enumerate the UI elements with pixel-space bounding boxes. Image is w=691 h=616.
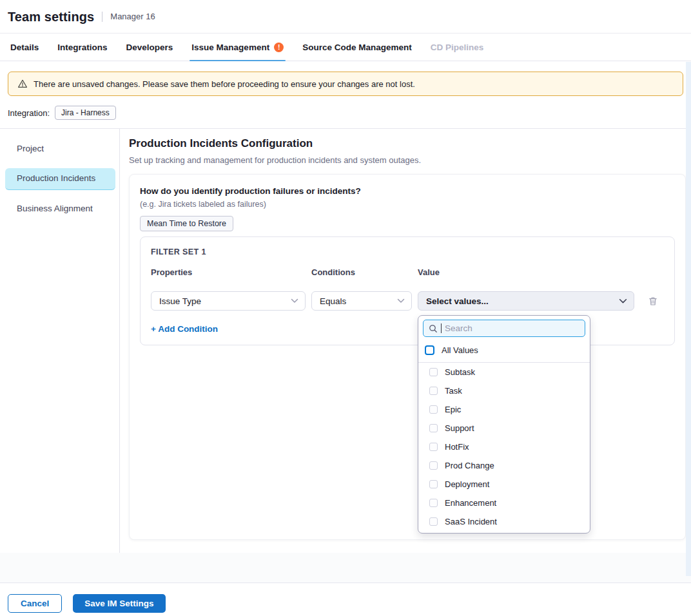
option-checkbox[interactable] [429,499,438,507]
warning-triangle-icon [17,79,28,89]
properties-select-value: Issue Type [159,296,201,306]
all-values-option[interactable]: All Values [423,342,585,358]
option-label: Support [445,423,474,433]
all-values-label: All Values [442,345,478,355]
dropdown-search-input[interactable] [445,323,579,333]
filter-condition-row: Issue Type Equals Select values... [151,291,664,311]
conditions-select-value: Equals [320,296,346,306]
value-cell: Select values... [418,291,634,311]
integration-row: Integration: Jira - Harness [0,96,691,128]
tab-developers-label: Developers [126,43,173,52]
values-dropdown-panel: All Values Subtask Task Epic Support Hot… [418,315,590,534]
settings-body: Project Production Incidents Business Al… [0,129,691,553]
page-scrollbar[interactable] [686,62,691,576]
properties-select[interactable]: Issue Type [151,291,306,311]
identify-failures-question: How do you identify production failures … [140,186,675,196]
tab-developers[interactable]: Developers [126,34,173,61]
tab-issue-management[interactable]: Issue Management ! [191,34,284,61]
option-checkbox[interactable] [429,480,438,488]
option-prod-change[interactable]: Prod Change [423,456,585,475]
section-subtitle: Set up tracking and management for produ… [129,155,686,165]
option-checkbox[interactable] [429,368,438,376]
page-title: Team settings [8,10,94,24]
option-customer-notification[interactable]: Customer Notification [423,531,585,534]
chevron-down-icon [291,298,298,303]
option-checkbox[interactable] [429,443,438,451]
all-values-checkbox[interactable] [425,345,434,355]
cancel-button[interactable]: Cancel [8,594,62,613]
save-im-settings-button[interactable]: Save IM Settings [73,594,165,613]
option-checkbox[interactable] [429,517,438,526]
conditions-select[interactable]: Equals [311,291,412,311]
settings-sidebar: Project Production Incidents Business Al… [0,129,120,553]
option-deployment[interactable]: Deployment [423,475,585,494]
incidents-config-card: How do you identify production failures … [129,174,686,540]
option-label: Task [445,386,462,396]
mean-time-to-restore-chip[interactable]: Mean Time to Restore [140,216,233,231]
integration-chip[interactable]: Jira - Harness [55,106,116,120]
tab-scm-label: Source Code Management [302,43,412,52]
option-label: Epic [445,405,461,414]
option-task[interactable]: Task [423,381,585,400]
values-multiselect-placeholder: Select values... [426,296,489,306]
page-header: Team settings Manager 16 [0,0,691,34]
option-checkbox[interactable] [429,424,438,432]
identify-failures-hint: (e.g. Jira tickets labeled as failures) [140,200,675,209]
option-checkbox[interactable] [429,405,438,414]
text-caret [441,323,442,333]
sidebar-item-production-incidents-label: Production Incidents [17,173,95,183]
settings-tabbar: Details Integrations Developers Issue Ma… [0,34,691,61]
tab-integrations-label: Integrations [57,43,107,52]
option-saas-incident[interactable]: SaaS Incident [423,512,585,531]
delete-condition-button[interactable] [648,296,664,307]
option-label: Deployment [445,479,489,489]
option-subtask[interactable]: Subtask [423,363,585,381]
tab-integrations[interactable]: Integrations [57,34,107,61]
chevron-down-icon [397,298,405,303]
trash-icon [648,296,658,307]
tab-cd-pipelines-label: CD Pipelines [431,43,484,52]
dropdown-search-box[interactable] [423,320,585,337]
filter-set-title: FILTER SET 1 [151,247,664,257]
option-label: Prod Change [445,461,494,470]
filter-set-1: FILTER SET 1 Properties Conditions Value… [140,236,675,345]
unsaved-changes-banner: There are unsaved changes. Please save t… [8,72,683,96]
chevron-down-icon [619,298,627,304]
team-name-label: Manager 16 [102,12,155,22]
tab-cd-pipelines: CD Pipelines [431,34,484,61]
option-label: Enhancement [445,498,496,508]
unsaved-alert-badge-icon: ! [274,43,284,52]
properties-column-label: Properties [151,267,306,277]
sidebar-item-business-alignment[interactable]: Business Alignment [5,198,115,220]
tab-details-label: Details [10,43,39,52]
option-hotfix[interactable]: HotFix [423,438,585,456]
unsaved-changes-text: There are unsaved changes. Please save t… [34,79,415,89]
search-icon [429,324,438,333]
sidebar-item-project-label: Project [17,144,44,153]
option-label: Subtask [445,367,475,377]
option-checkbox[interactable] [429,387,438,395]
conditions-column-label: Conditions [311,267,412,277]
sidebar-item-project[interactable]: Project [5,139,115,160]
bottom-band [0,553,691,582]
option-support[interactable]: Support [423,419,585,438]
option-checkbox[interactable] [429,461,438,470]
sidebar-item-production-incidents[interactable]: Production Incidents [5,168,115,190]
tab-issue-management-label: Issue Management [191,43,269,52]
values-multiselect[interactable]: Select values... [418,291,634,311]
tab-details[interactable]: Details [10,34,39,61]
option-enhancement[interactable]: Enhancement [423,494,585,512]
main-content: Production Incidents Configuration Set u… [120,129,691,553]
option-label: SaaS Incident [445,517,497,526]
tab-source-code-management[interactable]: Source Code Management [302,34,412,61]
add-condition-button[interactable]: + Add Condition [151,324,218,334]
sidebar-item-business-alignment-label: Business Alignment [17,204,93,213]
section-title: Production Incidents Configuration [129,137,686,150]
option-epic[interactable]: Epic [423,400,585,419]
option-label: HotFix [445,442,469,452]
value-column-label: Value [418,267,634,277]
filter-column-labels: Properties Conditions Value [151,267,664,277]
footer-actions: Cancel Save IM Settings [0,583,691,613]
integration-label: Integration: [8,108,50,118]
